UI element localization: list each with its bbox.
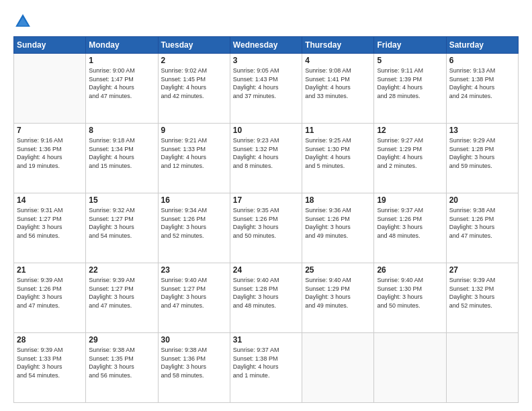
day-info: Sunrise: 9:16 AM Sunset: 1:36 PM Dayligh… [17, 136, 83, 170]
logo-icon [13, 12, 32, 31]
calendar-week-row: 28Sunrise: 9:39 AM Sunset: 1:33 PM Dayli… [14, 333, 519, 403]
day-number: 17 [233, 195, 299, 205]
calendar-cell: 18Sunrise: 9:36 AM Sunset: 1:26 PM Dayli… [302, 193, 374, 263]
day-info: Sunrise: 9:11 AM Sunset: 1:39 PM Dayligh… [377, 66, 443, 100]
calendar-cell: 12Sunrise: 9:27 AM Sunset: 1:29 PM Dayli… [374, 124, 446, 193]
logo [13, 12, 35, 31]
calendar-cell: 15Sunrise: 9:32 AM Sunset: 1:27 PM Dayli… [86, 193, 158, 263]
calendar-cell: 16Sunrise: 9:34 AM Sunset: 1:26 PM Dayli… [158, 193, 230, 263]
day-info: Sunrise: 9:05 AM Sunset: 1:43 PM Dayligh… [233, 66, 299, 100]
header [13, 12, 519, 31]
day-number: 22 [89, 265, 154, 275]
calendar-cell: 24Sunrise: 9:40 AM Sunset: 1:28 PM Dayli… [230, 263, 302, 333]
day-number: 31 [233, 335, 299, 345]
calendar-cell [302, 333, 374, 403]
weekday-header: Monday [86, 37, 158, 54]
day-info: Sunrise: 9:38 AM Sunset: 1:36 PM Dayligh… [161, 346, 227, 379]
day-info: Sunrise: 9:00 AM Sunset: 1:47 PM Dayligh… [89, 66, 154, 100]
calendar-table: SundayMondayTuesdayWednesdayThursdayFrid… [13, 36, 519, 403]
calendar-cell: 23Sunrise: 9:40 AM Sunset: 1:27 PM Dayli… [158, 263, 230, 333]
day-number: 6 [449, 56, 515, 65]
day-number: 23 [161, 265, 227, 275]
calendar-week-row: 1Sunrise: 9:00 AM Sunset: 1:47 PM Daylig… [14, 54, 519, 124]
day-number: 11 [305, 126, 371, 135]
day-number: 30 [161, 335, 227, 345]
calendar-week-row: 21Sunrise: 9:39 AM Sunset: 1:26 PM Dayli… [14, 263, 519, 333]
day-number: 14 [17, 195, 83, 205]
calendar-cell: 7Sunrise: 9:16 AM Sunset: 1:36 PM Daylig… [14, 124, 86, 193]
day-number: 9 [161, 126, 227, 135]
calendar-cell: 28Sunrise: 9:39 AM Sunset: 1:33 PM Dayli… [14, 333, 86, 403]
day-info: Sunrise: 9:08 AM Sunset: 1:41 PM Dayligh… [305, 66, 371, 100]
calendar-cell: 11Sunrise: 9:25 AM Sunset: 1:30 PM Dayli… [302, 124, 374, 193]
calendar-cell: 22Sunrise: 9:39 AM Sunset: 1:27 PM Dayli… [86, 263, 158, 333]
day-info: Sunrise: 9:40 AM Sunset: 1:30 PM Dayligh… [377, 276, 443, 310]
day-number: 13 [449, 126, 515, 135]
page: SundayMondayTuesdayWednesdayThursdayFrid… [0, 0, 532, 411]
day-info: Sunrise: 9:29 AM Sunset: 1:28 PM Dayligh… [449, 136, 515, 170]
day-info: Sunrise: 9:21 AM Sunset: 1:33 PM Dayligh… [161, 136, 227, 170]
calendar-cell: 31Sunrise: 9:37 AM Sunset: 1:38 PM Dayli… [230, 333, 302, 403]
day-number: 15 [89, 195, 154, 205]
calendar-cell: 10Sunrise: 9:23 AM Sunset: 1:32 PM Dayli… [230, 124, 302, 193]
day-info: Sunrise: 9:32 AM Sunset: 1:27 PM Dayligh… [89, 206, 154, 240]
calendar-cell: 2Sunrise: 9:02 AM Sunset: 1:45 PM Daylig… [158, 54, 230, 124]
day-info: Sunrise: 9:34 AM Sunset: 1:26 PM Dayligh… [161, 206, 227, 240]
day-info: Sunrise: 9:39 AM Sunset: 1:33 PM Dayligh… [17, 346, 83, 379]
day-number: 19 [377, 195, 443, 205]
day-number: 29 [89, 335, 154, 345]
calendar-cell: 5Sunrise: 9:11 AM Sunset: 1:39 PM Daylig… [374, 54, 446, 124]
calendar-cell: 4Sunrise: 9:08 AM Sunset: 1:41 PM Daylig… [302, 54, 374, 124]
calendar-cell: 26Sunrise: 9:40 AM Sunset: 1:30 PM Dayli… [374, 263, 446, 333]
day-number: 27 [449, 265, 515, 275]
day-info: Sunrise: 9:27 AM Sunset: 1:29 PM Dayligh… [377, 136, 443, 170]
day-info: Sunrise: 9:31 AM Sunset: 1:27 PM Dayligh… [17, 206, 83, 240]
calendar-cell: 20Sunrise: 9:38 AM Sunset: 1:26 PM Dayli… [446, 193, 518, 263]
day-number: 26 [377, 265, 443, 275]
day-info: Sunrise: 9:39 AM Sunset: 1:27 PM Dayligh… [89, 276, 154, 310]
day-info: Sunrise: 9:40 AM Sunset: 1:27 PM Dayligh… [161, 276, 227, 310]
day-number: 24 [233, 265, 299, 275]
day-number: 5 [377, 56, 443, 65]
calendar-cell: 8Sunrise: 9:18 AM Sunset: 1:34 PM Daylig… [86, 124, 158, 193]
day-number: 3 [233, 56, 299, 65]
day-info: Sunrise: 9:18 AM Sunset: 1:34 PM Dayligh… [89, 136, 154, 170]
calendar-cell [446, 333, 518, 403]
calendar-week-row: 7Sunrise: 9:16 AM Sunset: 1:36 PM Daylig… [14, 124, 519, 193]
day-info: Sunrise: 9:39 AM Sunset: 1:32 PM Dayligh… [449, 276, 515, 310]
day-info: Sunrise: 9:23 AM Sunset: 1:32 PM Dayligh… [233, 136, 299, 170]
day-info: Sunrise: 9:37 AM Sunset: 1:26 PM Dayligh… [377, 206, 443, 240]
day-number: 21 [17, 265, 83, 275]
calendar-cell: 21Sunrise: 9:39 AM Sunset: 1:26 PM Dayli… [14, 263, 86, 333]
day-number: 2 [161, 56, 227, 65]
calendar-cell [14, 54, 86, 124]
day-number: 7 [17, 126, 83, 135]
day-info: Sunrise: 9:25 AM Sunset: 1:30 PM Dayligh… [305, 136, 371, 170]
day-info: Sunrise: 9:38 AM Sunset: 1:26 PM Dayligh… [449, 206, 515, 240]
day-info: Sunrise: 9:35 AM Sunset: 1:26 PM Dayligh… [233, 206, 299, 240]
weekday-header: Sunday [14, 37, 86, 54]
weekday-header: Thursday [302, 37, 374, 54]
day-info: Sunrise: 9:40 AM Sunset: 1:29 PM Dayligh… [305, 276, 371, 310]
calendar-cell: 1Sunrise: 9:00 AM Sunset: 1:47 PM Daylig… [86, 54, 158, 124]
weekday-header: Tuesday [158, 37, 230, 54]
calendar-cell: 3Sunrise: 9:05 AM Sunset: 1:43 PM Daylig… [230, 54, 302, 124]
day-number: 20 [449, 195, 515, 205]
day-info: Sunrise: 9:37 AM Sunset: 1:38 PM Dayligh… [233, 346, 299, 379]
weekday-header: Friday [374, 37, 446, 54]
calendar-cell: 13Sunrise: 9:29 AM Sunset: 1:28 PM Dayli… [446, 124, 518, 193]
day-info: Sunrise: 9:36 AM Sunset: 1:26 PM Dayligh… [305, 206, 371, 240]
weekday-header: Saturday [446, 37, 518, 54]
day-number: 16 [161, 195, 227, 205]
calendar-cell: 14Sunrise: 9:31 AM Sunset: 1:27 PM Dayli… [14, 193, 86, 263]
calendar-cell: 19Sunrise: 9:37 AM Sunset: 1:26 PM Dayli… [374, 193, 446, 263]
calendar-cell: 30Sunrise: 9:38 AM Sunset: 1:36 PM Dayli… [158, 333, 230, 403]
day-number: 1 [89, 56, 154, 65]
day-info: Sunrise: 9:13 AM Sunset: 1:38 PM Dayligh… [449, 66, 515, 100]
day-number: 8 [89, 126, 154, 135]
day-info: Sunrise: 9:02 AM Sunset: 1:45 PM Dayligh… [161, 66, 227, 100]
day-number: 12 [377, 126, 443, 135]
day-info: Sunrise: 9:40 AM Sunset: 1:28 PM Dayligh… [233, 276, 299, 310]
day-number: 28 [17, 335, 83, 345]
day-info: Sunrise: 9:39 AM Sunset: 1:26 PM Dayligh… [17, 276, 83, 310]
